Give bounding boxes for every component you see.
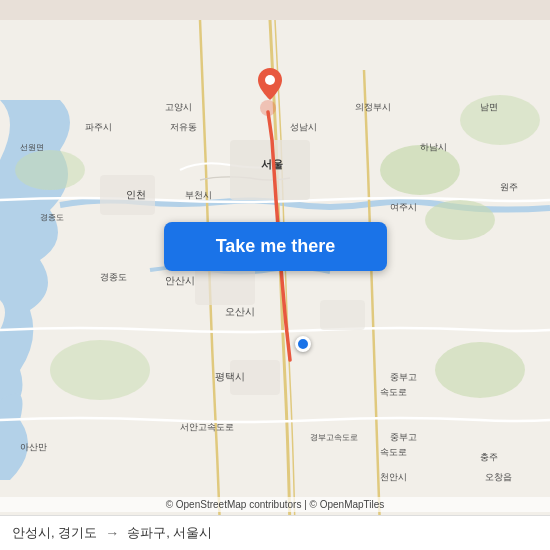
svg-text:천안시: 천안시 [380, 472, 407, 482]
svg-text:안산시: 안산시 [165, 275, 195, 286]
from-location: 안성시, 경기도 [12, 524, 97, 542]
svg-text:의정부시: 의정부시 [355, 102, 391, 112]
svg-text:선원면: 선원면 [20, 143, 44, 152]
svg-text:고양시: 고양시 [165, 102, 192, 112]
map-container: 서울 인천 부천시 경종도 경종도 안산시 오산시 평택시 서안고속도로 경부고… [0, 0, 550, 550]
svg-text:경종도: 경종도 [40, 213, 64, 222]
svg-point-41 [265, 75, 275, 85]
take-me-there-button[interactable]: Take me there [164, 222, 387, 271]
svg-text:여주시: 여주시 [390, 202, 417, 212]
svg-text:속도로: 속도로 [380, 387, 407, 397]
svg-point-4 [435, 342, 525, 398]
svg-text:오창읍: 오창읍 [485, 472, 512, 482]
svg-text:오산시: 오산시 [225, 306, 255, 317]
svg-text:남면: 남면 [480, 102, 498, 112]
origin-dot [295, 336, 311, 352]
svg-text:하남시: 하남시 [420, 142, 447, 152]
svg-text:속도로: 속도로 [380, 447, 407, 457]
svg-text:원주: 원주 [500, 182, 518, 192]
svg-text:인천: 인천 [126, 189, 146, 200]
svg-text:경종도: 경종도 [100, 272, 127, 282]
svg-point-3 [50, 340, 150, 400]
svg-point-6 [15, 150, 85, 190]
svg-rect-11 [320, 300, 365, 330]
svg-text:충주: 충주 [480, 452, 498, 462]
destination-pin [258, 68, 282, 100]
svg-rect-7 [230, 140, 310, 200]
map-attribution: © OpenStreetMap contributors | © OpenMap… [0, 497, 550, 512]
svg-text:저유동: 저유동 [170, 122, 197, 132]
arrow-icon: → [105, 525, 119, 541]
to-location: 송파구, 서울시 [127, 524, 212, 542]
svg-text:중부고: 중부고 [390, 432, 417, 442]
svg-text:서안고속도로: 서안고속도로 [180, 422, 234, 432]
svg-text:파주시: 파주시 [85, 122, 112, 132]
svg-text:경부고속도로: 경부고속도로 [310, 433, 358, 442]
svg-point-40 [260, 100, 276, 116]
svg-text:부천시: 부천시 [185, 190, 212, 200]
svg-text:성남시: 성남시 [290, 122, 317, 132]
svg-point-1 [380, 145, 460, 195]
svg-text:평택시: 평택시 [215, 371, 245, 382]
svg-point-5 [460, 95, 540, 145]
svg-point-2 [425, 200, 495, 240]
svg-text:중부고: 중부고 [390, 372, 417, 382]
navigation-bar: 안성시, 경기도 → 송파구, 서울시 [0, 515, 550, 550]
svg-text:아산만: 아산만 [20, 442, 47, 452]
